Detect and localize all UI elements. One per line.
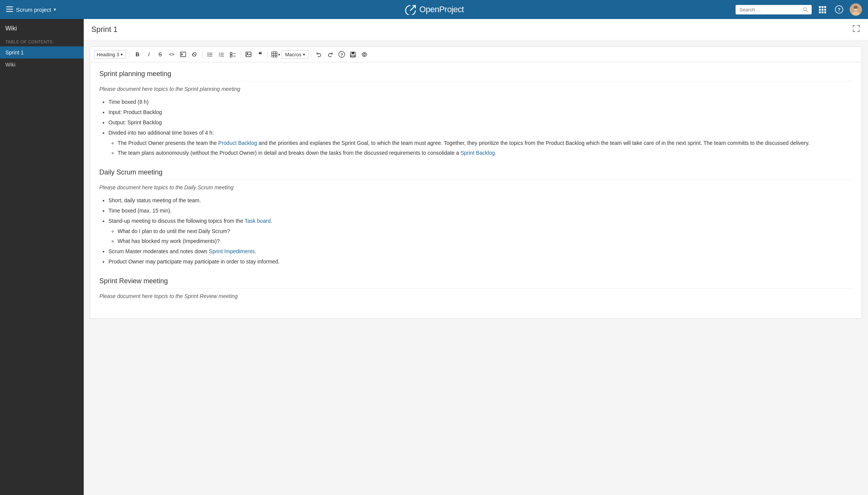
svg-rect-35 [230,52,232,54]
logo: OpenProject [404,4,464,15]
svg-rect-30 [221,53,224,53]
preview-button[interactable] [359,49,370,60]
list-item: Time boxed (8 h) [108,98,852,106]
blockquote-button[interactable]: ❝ [255,49,265,60]
table-button[interactable]: ▾ [270,49,281,60]
project-chevron-icon: ▾ [54,7,56,12]
sidebar-item-sprint1-label: Sprint 1 [5,49,24,56]
svg-text:?: ? [341,53,343,57]
list-item: What do I plan to do until the next Dail… [118,227,852,235]
task-list-button[interactable] [228,49,238,60]
sidebar-item-wiki-label: Wiki [5,62,15,68]
sidebar-item-wiki[interactable]: Wiki [0,59,84,71]
code-block-button[interactable] [178,49,188,60]
svg-rect-49 [352,52,354,54]
svg-rect-32 [221,54,224,55]
section-sprint-planning: Sprint planning meetingPlease document h… [99,70,852,157]
main-layout: Wiki TABLE OF CONTENTS Sprint 1 Wiki Spr… [0,19,868,495]
bullet-list-button[interactable] [205,49,215,60]
editor-content[interactable]: Sprint planning meetingPlease document h… [90,62,862,318]
editor-wrapper: Heading 3 ▾ B I S <> [90,46,862,319]
svg-rect-7 [824,6,826,8]
svg-rect-0 [6,6,13,7]
inline-code-button[interactable]: <> [166,49,177,60]
project-name-label: Scrum project [16,6,51,13]
toolbar-sep-3 [240,51,241,58]
page-header: Sprint 1 [84,19,868,40]
image-button[interactable] [243,49,254,60]
macros-select[interactable]: Macros ▾ [282,50,309,59]
heading-sprint-review: Sprint Review meeting [99,277,852,289]
svg-point-27 [208,56,209,56]
svg-point-51 [363,54,365,56]
intro-sprint-review: Please document here topcis to the Sprin… [99,293,852,299]
svg-rect-13 [824,11,826,13]
svg-rect-34 [221,56,224,56]
apps-icon[interactable] [816,3,828,16]
table-chevron-icon: ▾ [278,52,280,57]
bold-button[interactable]: B [132,49,143,60]
svg-rect-9 [822,9,823,11]
section-daily-scrum: Daily Scrum meetingPlease document here … [99,168,852,266]
list-item: Scrum Master moderates and notes down Sp… [108,248,852,255]
undo-button[interactable] [314,49,324,60]
search-box[interactable] [736,5,812,14]
svg-line-4 [806,10,807,11]
hamburger-icon[interactable] [6,6,13,14]
heading-select[interactable]: Heading 3 ▾ [94,50,126,59]
svg-rect-19 [180,52,186,57]
wiki-link[interactable]: Product Backlog [218,140,257,146]
ordered-list-button[interactable]: 1. 2. 3. [216,49,227,60]
wiki-link[interactable]: Task board [245,218,271,224]
list-item: Output: Sprint Backlog [108,119,852,127]
toolbar-sep-4 [268,51,268,58]
italic-button[interactable]: I [143,49,154,60]
svg-rect-37 [230,55,232,57]
section-sprint-review: Sprint Review meetingPlease document her… [99,277,852,299]
project-name[interactable]: Scrum project ▾ [16,6,56,13]
intro-sprint-planning: Please document here topics to the Sprin… [99,86,852,92]
nav-right: ? [736,3,862,16]
svg-rect-11 [819,11,821,13]
svg-rect-1 [6,9,13,10]
svg-rect-12 [822,11,823,13]
nav-left: Scrum project ▾ [6,6,56,14]
list-item: Short, daily status meeting of the team. [108,197,852,205]
svg-rect-6 [822,6,823,8]
heading-select-label: Heading 3 [97,52,119,57]
search-icon [803,7,808,12]
svg-point-25 [208,54,209,55]
save-button[interactable] [348,49,358,60]
content-area: Sprint 1 Heading 3 ▾ [84,19,868,495]
help-icon[interactable]: ? [833,3,845,16]
sub-list: What do I plan to do until the next Dail… [108,227,852,245]
expand-icon[interactable] [852,24,860,35]
editor-help-button[interactable]: ? [336,49,347,60]
sidebar-item-sprint1[interactable]: Sprint 1 [0,46,84,59]
sidebar: Wiki TABLE OF CONTENTS Sprint 1 Wiki [0,19,84,495]
macros-chevron-icon: ▾ [303,52,305,57]
sub-list: The Product Owner presents the team the … [108,139,852,157]
heading-sprint-planning: Sprint planning meeting [99,70,852,81]
strikethrough-button[interactable]: S [155,49,166,60]
editor-container: Heading 3 ▾ B I S <> [84,40,868,495]
heading-daily-scrum: Daily Scrum meeting [99,168,852,180]
svg-rect-2 [6,11,13,12]
svg-rect-24 [209,53,212,53]
editor-toolbar: Heading 3 ▾ B I S <> [90,47,862,62]
toolbar-sep-5 [311,51,311,58]
top-nav: Scrum project ▾ OpenProject [0,0,868,19]
list-item: Stand-up meeting to discuss the followin… [108,217,852,245]
svg-text:?: ? [838,7,841,13]
list-item: Product Owner may participate may partic… [108,258,852,266]
svg-rect-50 [351,55,355,57]
user-avatar[interactable] [850,3,862,16]
wiki-link[interactable]: Sprint Backlog [460,150,495,156]
redo-button[interactable] [325,49,336,60]
search-input[interactable] [739,7,801,13]
link-button[interactable] [189,49,200,60]
sidebar-title: Wiki [5,25,78,32]
list-sprint-planning: Time boxed (8 h)Input: Product BacklogOu… [99,98,852,157]
svg-point-40 [247,53,248,54]
wiki-link[interactable]: Sprint Impediments [209,248,255,254]
